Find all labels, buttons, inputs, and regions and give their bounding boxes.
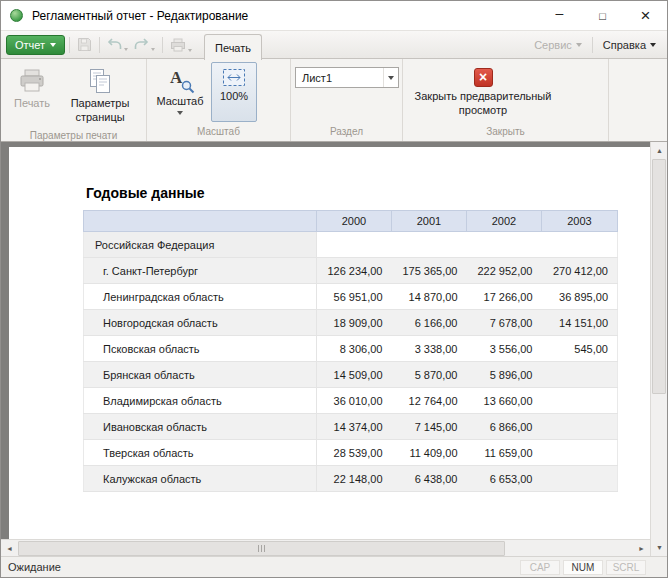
cell-value: 11 659,00 bbox=[467, 440, 542, 466]
table-header-row: 2000 2001 2002 2003 bbox=[84, 211, 618, 232]
cell-value: 12 764,00 bbox=[392, 388, 467, 414]
table-row: Новгородская область18 909,006 166,007 6… bbox=[84, 310, 618, 336]
cell-value: 56 951,00 bbox=[317, 284, 392, 310]
report-page: Годовые данные 2000 2001 2002 2003 bbox=[9, 147, 650, 539]
redo-button[interactable] bbox=[131, 36, 158, 53]
horizontal-scrollbar[interactable]: ◄ ► bbox=[1, 539, 650, 556]
row-label: г. Санкт-Петербург bbox=[84, 258, 317, 284]
scroll-down-button[interactable]: ▼ bbox=[651, 539, 667, 556]
chevron-down-icon bbox=[151, 48, 155, 51]
cell-value: 6 653,00 bbox=[467, 466, 542, 492]
zoom-100-button[interactable]: 100% bbox=[211, 62, 257, 122]
preview-column: Годовые данные 2000 2001 2002 2003 bbox=[1, 142, 650, 556]
page-setup-button[interactable]: Параметры страницы bbox=[61, 62, 139, 126]
report-menu-label: Отчет bbox=[15, 39, 45, 51]
cell-value: 17 266,00 bbox=[467, 284, 542, 310]
zoom-value-label: 100% bbox=[220, 90, 248, 104]
scroll-right-button[interactable]: ► bbox=[633, 540, 650, 557]
row-label: Российская Федерация bbox=[84, 232, 317, 258]
maximize-button[interactable]: □ bbox=[581, 1, 624, 30]
cell-value: 5 896,00 bbox=[467, 362, 542, 388]
preview-workspace: Годовые данные 2000 2001 2002 2003 bbox=[1, 142, 650, 539]
table-row: Калужская область22 148,006 438,006 653,… bbox=[84, 466, 618, 492]
status-indicator-scrl: SCRL bbox=[606, 560, 646, 575]
cell-value: 11 409,00 bbox=[392, 440, 467, 466]
row-label: Ленинградская область bbox=[84, 284, 317, 310]
report-table-body: Российская Федерацияг. Санкт-Петербург12… bbox=[84, 232, 618, 492]
save-button[interactable] bbox=[74, 35, 95, 54]
maximize-icon: □ bbox=[599, 10, 606, 22]
scroll-up-button[interactable]: ▲ bbox=[651, 142, 667, 159]
scroll-left-button[interactable]: ◄ bbox=[1, 540, 18, 557]
cell-value: 36 010,00 bbox=[317, 388, 392, 414]
undo-icon bbox=[107, 38, 122, 51]
cell-value: 6 438,00 bbox=[392, 466, 467, 492]
section-dropdown[interactable]: Лист1 bbox=[295, 67, 399, 88]
tab-print[interactable]: Печать bbox=[204, 34, 262, 60]
cell-value bbox=[542, 466, 618, 492]
cell-value bbox=[542, 440, 618, 466]
table-row: Тверская область28 539,0011 409,0011 659… bbox=[84, 440, 618, 466]
help-menu-label: Справка bbox=[603, 39, 646, 51]
cell-value: 14 151,00 bbox=[542, 310, 618, 336]
cell-value: 3 338,00 bbox=[392, 336, 467, 362]
vertical-scroll-thumb[interactable] bbox=[652, 159, 666, 394]
print-button[interactable]: Печать bbox=[5, 62, 59, 126]
cell-value: 175 365,00 bbox=[392, 258, 467, 284]
quick-print-button[interactable] bbox=[167, 36, 195, 54]
cell-value: 18 909,00 bbox=[317, 310, 392, 336]
header-empty-cell bbox=[84, 211, 317, 232]
main-area: Годовые данные 2000 2001 2002 2003 bbox=[1, 142, 667, 556]
service-menu[interactable]: Сервис bbox=[528, 36, 588, 54]
toolbar-separator bbox=[592, 37, 593, 53]
cell-value bbox=[467, 232, 542, 258]
cell-value: 13 660,00 bbox=[467, 388, 542, 414]
cell-value: 14 870,00 bbox=[392, 284, 467, 310]
print-button-label: Печать bbox=[14, 97, 50, 111]
status-indicator-cap: CAP bbox=[520, 560, 560, 575]
cell-value bbox=[317, 232, 392, 258]
cell-value bbox=[542, 232, 618, 258]
cell-value: 6 866,00 bbox=[467, 414, 542, 440]
table-row: Псковская область8 306,003 338,003 556,0… bbox=[84, 336, 618, 362]
header-year: 2003 bbox=[542, 211, 618, 232]
group-print-params: Печать Параметры страницы Параметры печа… bbox=[1, 59, 147, 141]
cell-value: 126 234,00 bbox=[317, 258, 392, 284]
report-title: Годовые данные bbox=[86, 185, 650, 201]
close-preview-button[interactable]: × Закрыть предварительный просмотр bbox=[407, 62, 559, 122]
group-scale: A Масштаб 100% Масштаб bbox=[147, 59, 291, 141]
minimize-button[interactable]: – bbox=[538, 1, 581, 30]
cell-value: 14 374,00 bbox=[317, 414, 392, 440]
row-label: Калужская область bbox=[84, 466, 317, 492]
page-setup-label: Параметры страницы bbox=[65, 97, 135, 125]
cell-value: 22 148,00 bbox=[317, 466, 392, 492]
report-table: 2000 2001 2002 2003 Российская Федерация… bbox=[83, 210, 618, 492]
minimize-icon: – bbox=[556, 5, 564, 21]
status-text: Ожидание bbox=[8, 561, 61, 573]
undo-button[interactable] bbox=[104, 36, 131, 53]
row-label: Владимирская область bbox=[84, 388, 317, 414]
horizontal-scroll-thumb[interactable] bbox=[18, 541, 505, 556]
report-menu-button[interactable]: Отчет bbox=[6, 35, 65, 55]
chevron-down-icon bbox=[50, 43, 56, 47]
horizontal-scroll-track[interactable] bbox=[18, 540, 633, 557]
row-label: Новгородская область bbox=[84, 310, 317, 336]
help-menu[interactable]: Справка bbox=[597, 36, 662, 54]
chevron-down-icon bbox=[124, 48, 128, 51]
service-menu-label: Сервис bbox=[534, 39, 572, 51]
cell-value: 222 952,00 bbox=[467, 258, 542, 284]
toolbar-right-menus: Сервис Справка bbox=[528, 36, 662, 54]
window-title: Регламентный отчет - Редактирование bbox=[32, 9, 248, 23]
combo-arrow[interactable] bbox=[383, 68, 398, 87]
vertical-scroll-track[interactable] bbox=[651, 159, 667, 539]
vertical-scrollbar[interactable]: ▲ ▼ bbox=[650, 142, 667, 556]
table-row: г. Санкт-Петербург126 234,00175 365,0022… bbox=[84, 258, 618, 284]
cell-value: 7 678,00 bbox=[467, 310, 542, 336]
group-close: × Закрыть предварительный просмотр Закры… bbox=[403, 59, 609, 141]
close-window-button[interactable]: × bbox=[624, 1, 667, 30]
row-label: Ивановская область bbox=[84, 414, 317, 440]
cell-value bbox=[542, 362, 618, 388]
scale-dropdown-button[interactable]: A Масштаб bbox=[151, 62, 209, 122]
cell-value: 14 509,00 bbox=[317, 362, 392, 388]
table-row: Ленинградская область56 951,0014 870,001… bbox=[84, 284, 618, 310]
